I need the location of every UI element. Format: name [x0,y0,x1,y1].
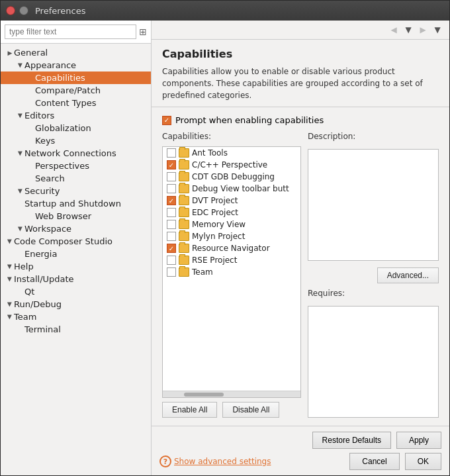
sidebar-item-run-debug[interactable]: Run/Debug [1,298,151,310]
sidebar-item-workspace[interactable]: Workspace [1,222,151,235]
scrollbar-track[interactable] [163,391,300,397]
sidebar-item-label: Install/Update [14,274,74,284]
arrow-icon [27,87,35,95]
cap-item-ant-tools[interactable]: Ant Tools [163,147,300,159]
arrow-icon [6,313,14,321]
cap-item-rse-project[interactable]: RSE Project [163,254,300,266]
sidebar-item-help[interactable]: Help [1,260,151,273]
minimize-button[interactable] [19,6,28,15]
sidebar-item-content-types[interactable]: Content Types [1,97,151,109]
prompt-row: Prompt when enabling capabilities [162,115,439,125]
cap-checkbox[interactable] [167,220,176,229]
back-button[interactable]: ◀ [387,23,400,36]
cap-item-mylyn-project[interactable]: Mylyn Project [163,230,300,242]
sidebar-item-qt[interactable]: Qt [1,285,151,298]
capabilities-list: Ant Tools C/C++ Perspective [163,147,300,391]
sidebar-item-label: Globalization [35,123,91,133]
sidebar-item-label: General [14,48,48,58]
description-header: Description: [308,132,439,141]
clear-filter-icon[interactable]: ⊞ [139,26,147,37]
bottom-row2: ? Show advanced settings Cancel OK [159,453,441,470]
arrow-icon [27,213,35,220]
enable-all-button[interactable]: Enable All [162,402,217,418]
description-column: Description: Advanced... Requires: [308,132,439,418]
sidebar-item-security[interactable]: Security [1,185,151,197]
folder-icon [179,184,189,193]
arrow-icon [17,288,24,296]
forward-dropdown[interactable]: ▼ [431,23,444,36]
filter-input[interactable] [5,24,136,39]
arrow-icon [17,187,24,195]
sidebar-item-install-update[interactable]: Install/Update [1,273,151,285]
sidebar-item-terminal[interactable]: Terminal [1,323,151,336]
requires-box [308,306,439,418]
cap-checkbox[interactable] [167,196,176,205]
sidebar-item-appearance[interactable]: Appearance [1,59,151,71]
cap-checkbox[interactable] [167,172,176,181]
sidebar-item-code-composer[interactable]: Code Composer Studio [1,235,151,248]
advanced-settings-label[interactable]: Show advanced settings [174,457,271,466]
restore-defaults-button[interactable]: Restore Defaults [312,432,391,449]
cap-item-cdt-gdb[interactable]: CDT GDB Debugging [163,171,300,183]
sidebar-item-keys[interactable]: Keys [1,134,151,147]
folder-icon [179,148,189,158]
apply-button[interactable]: Apply [396,432,441,449]
sidebar-item-label: Search [35,173,65,183]
cap-checkbox[interactable] [167,232,176,241]
advanced-button[interactable]: Advanced... [377,267,439,283]
sidebar-item-globalization[interactable]: Globalization [1,122,151,134]
ok-button[interactable]: OK [405,453,441,470]
arrow-icon [6,275,14,283]
arrow-icon [27,175,35,183]
cap-checkbox[interactable] [167,184,176,193]
sidebar-item-perspectives[interactable]: Perspectives [1,160,151,172]
panel-header: Capabilities Capabilities allow you to e… [152,40,449,107]
sidebar-item-search[interactable]: Search [1,172,151,185]
prompt-checkbox[interactable] [162,116,171,125]
sidebar-item-startup-shutdown[interactable]: Startup and Shutdown [1,197,151,210]
sidebar-item-team[interactable]: Team [1,310,151,323]
capabilities-column: Capabilities: Ant Tools [162,132,301,418]
cap-item-debug-view[interactable]: Debug View toolbar butt [163,183,300,195]
close-button[interactable] [6,6,15,15]
description-box [308,149,439,261]
sidebar-item-general[interactable]: General [1,46,151,59]
tree: General Appearance Capabilities Compare/… [1,44,151,475]
search-bar: ⊞ [1,21,151,44]
cap-item-memory-view[interactable]: Memory View [163,218,300,230]
cap-item-edc-project[interactable]: EDC Project [163,207,300,218]
cap-checkbox[interactable] [167,160,176,169]
sidebar-item-label: Perspectives [35,161,89,171]
sidebar-item-label: Energia [24,249,57,259]
sidebar-item-compare-patch[interactable]: Compare/Patch [1,84,151,97]
disable-all-button[interactable]: Disable All [222,402,279,418]
arrow-icon [6,263,14,271]
cap-label: Mylyn Project [192,232,245,241]
scrollbar-thumb[interactable] [184,393,224,397]
sidebar-item-label: Team [14,312,36,322]
sidebar: ⊞ General Appearance Capabilities [1,21,152,475]
folder-icon [179,220,189,229]
show-advanced-link[interactable]: ? Show advanced settings [159,455,271,467]
cap-checkbox[interactable] [167,148,176,158]
cap-item-dvt-project[interactable]: DVT Project [163,195,300,207]
cap-checkbox[interactable] [167,267,176,277]
sidebar-item-energia[interactable]: Energia [1,248,151,260]
forward-button[interactable]: ▶ [416,23,429,36]
cap-checkbox[interactable] [167,244,176,253]
cancel-button[interactable]: Cancel [349,453,399,470]
sidebar-item-label: Network Connections [24,148,116,158]
sidebar-item-capabilities[interactable]: Capabilities [1,71,151,84]
cap-item-team[interactable]: Team [163,266,300,278]
back-dropdown[interactable]: ▼ [402,23,415,36]
arrow-icon [17,112,24,120]
sidebar-item-web-browser[interactable]: Web Browser [1,210,151,222]
nav-toolbar: ◀ ▼ ▶ ▼ [152,21,449,40]
sidebar-item-network-connections[interactable]: Network Connections [1,147,151,160]
cap-checkbox[interactable] [167,256,176,265]
arrow-icon [6,301,14,309]
sidebar-item-editors[interactable]: Editors [1,109,151,122]
cap-item-resource-navigator[interactable]: Resource Navigator [163,242,300,254]
cap-item-cpp-perspective[interactable]: C/C++ Perspective [163,159,300,171]
cap-checkbox[interactable] [167,208,176,217]
